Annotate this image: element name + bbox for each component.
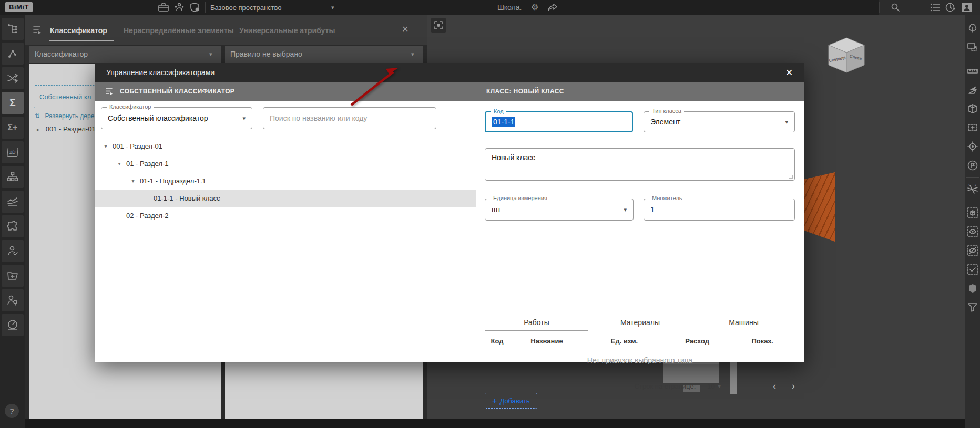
tab-unallocated-elements[interactable]: Нераспределённые элементы — [124, 26, 234, 35]
connections-button[interactable] — [2, 43, 24, 65]
measure-button[interactable] — [966, 64, 979, 78]
sigma-button[interactable]: Σ — [2, 92, 24, 114]
unit-select-value: шт — [492, 205, 501, 214]
briefcase-icon[interactable] — [158, 2, 169, 13]
flag-button[interactable] — [966, 159, 979, 172]
section-menu-icon[interactable] — [105, 87, 115, 96]
unit-select[interactable]: Единица измерения шт ▾ — [485, 199, 634, 221]
tree-node-level2[interactable]: ▾ 01-1 - Подраздел-1.1 — [95, 172, 476, 190]
links-tab-materials[interactable]: Материалы — [588, 318, 692, 327]
rows-per-page-value[interactable]: 10 — [707, 382, 714, 390]
tree-node-root[interactable]: ▾ 001 - Раздел-01 — [95, 138, 476, 155]
links-tab-works[interactable]: Работы — [485, 318, 588, 327]
sheet-2d-button[interactable]: 2D — [2, 141, 24, 163]
tree-node-label: 02 - Раздел-2 — [126, 212, 169, 220]
column-header-consumption: Расход — [665, 337, 730, 345]
floor-plans-button[interactable] — [966, 121, 979, 134]
tree-expand-icon[interactable]: ▾ — [113, 161, 126, 166]
environment-tree-button[interactable] — [966, 22, 979, 35]
axes-grid-button[interactable]: 12 — [966, 182, 979, 196]
class-type-label: Тип класса — [649, 108, 684, 114]
class-name-textarea[interactable]: Новый класс — [485, 148, 795, 181]
tree-node-section2[interactable]: 02 - Раздел-2 — [95, 207, 476, 224]
tab-universal-attributes[interactable]: Универсальные атрибуты — [239, 26, 335, 35]
gear-icon[interactable]: ⚙ — [531, 2, 538, 12]
expand-tree-link[interactable]: ⇅ Развернуть дере — [35, 112, 94, 120]
own-classifier-chip[interactable]: Собственный кл — [34, 85, 101, 108]
search-icon[interactable] — [890, 2, 901, 13]
classifier-select[interactable]: Классификатор Собственный классификатор … — [101, 107, 252, 129]
dialog-title-bar[interactable]: Управление классификаторами ✕ — [95, 63, 804, 82]
dialog-section-bar: СОБСТВЕННЫЙ КЛАССИФИКАТОР КЛАСС: НОВЫЙ К… — [95, 82, 804, 101]
resize-grip-icon[interactable] — [789, 175, 793, 179]
org-chart-button[interactable] — [2, 166, 24, 188]
folder-share-button[interactable] — [2, 265, 24, 287]
empty-state-text: Нет привязок выбранного типа — [485, 356, 795, 364]
gauge-button[interactable] — [2, 314, 24, 336]
tree-expand-icon[interactable]: ▾ — [99, 143, 113, 149]
dialog-close-icon[interactable]: ✕ — [785, 67, 793, 78]
fill-box-button[interactable] — [966, 281, 979, 295]
tree-node-label: 01-1 - Подраздел-1.1 — [140, 177, 206, 185]
isolate-box-button[interactable] — [966, 206, 979, 220]
shuffle-button[interactable] — [2, 67, 24, 89]
chevron-down-icon[interactable]: ▾ — [331, 4, 334, 11]
chevron-down-icon[interactable]: ▾ — [718, 383, 721, 389]
code-field[interactable]: Код 01-1-1 — [485, 111, 633, 132]
section-cut-button[interactable] — [966, 83, 979, 97]
multiplier-field[interactable]: Множитель 1 — [644, 199, 795, 221]
tree-item[interactable]: ▸ 001 - Раздел-01 — [37, 125, 96, 133]
hide-selection-button[interactable] — [966, 244, 979, 257]
filter-button[interactable] — [966, 300, 979, 314]
display-modes-button[interactable] — [966, 40, 979, 54]
dialog-title: Управление классификаторами — [106, 68, 215, 77]
ruler-icon — [967, 65, 978, 77]
trend-chart-button[interactable] — [2, 191, 24, 213]
class-type-select[interactable]: Тип класса Элемент ▾ — [644, 111, 795, 132]
account-icon[interactable] — [961, 2, 973, 13]
select-visible-button[interactable] — [966, 263, 979, 276]
expand-tree-label: Развернуть дере — [45, 112, 94, 120]
box-section-button[interactable] — [966, 102, 979, 116]
tree-expand-icon[interactable]: ▾ — [126, 178, 140, 184]
rule-dropdown-label: Правило не выбрано — [230, 50, 302, 58]
tree-collapsed-arrow-icon: ▸ — [37, 127, 39, 132]
focus-selection-button[interactable] — [431, 18, 446, 33]
show-selection-button[interactable] — [966, 225, 979, 238]
user-check-button[interactable] — [2, 240, 24, 262]
right-toolbar: 12 — [965, 15, 980, 428]
shield-badge-icon[interactable] — [189, 2, 201, 13]
prev-page-button[interactable]: ‹ — [773, 381, 776, 392]
add-binding-button[interactable]: + Добавить — [485, 393, 537, 409]
tree-node-selected[interactable]: 01-1-1 - Новый класс — [95, 190, 476, 207]
user-location-button[interactable] — [2, 289, 24, 311]
tree-node-level1[interactable]: ▾ 01 - Раздел-1 — [95, 155, 476, 172]
toolbar-divider — [966, 201, 979, 201]
plugin-button[interactable] — [2, 215, 24, 237]
notifications-sync-icon[interactable] — [944, 2, 956, 13]
code-field-value[interactable]: 01-1-1 — [492, 117, 515, 127]
bindings-table-header: Код Название Ед. изм. Расход Показ. — [485, 337, 795, 345]
locate-button[interactable] — [966, 140, 979, 153]
panel-menu-icon[interactable] — [33, 25, 43, 35]
share-icon[interactable] — [547, 2, 558, 13]
links-tab-machines[interactable]: Машины — [692, 318, 795, 327]
structure-tree-button[interactable] — [2, 18, 24, 40]
team-icon[interactable] — [173, 2, 185, 13]
links-tab-active-underline — [485, 330, 588, 331]
dialog-body: Классификатор Собственный классификатор … — [95, 101, 804, 362]
sigma-plus-button[interactable]: Σ+ — [2, 117, 24, 139]
own-classifier-chip-label: Собственный кл — [39, 93, 91, 101]
view-cube[interactable]: Спереди Слева — [826, 37, 866, 74]
rule-dropdown[interactable]: Правило не выбрано ▾ — [225, 46, 423, 63]
search-input[interactable] — [263, 108, 436, 129]
help-button[interactable]: ? — [5, 404, 19, 418]
tab-classifier[interactable]: Классификатор — [50, 26, 107, 35]
classifier-dropdown[interactable]: Классификатор ▾ — [29, 46, 221, 63]
workspace-selector-label[interactable]: Базовое пространство — [210, 4, 282, 12]
panel-close-icon[interactable]: ✕ — [402, 24, 409, 34]
list-icon[interactable] — [930, 2, 941, 13]
next-page-button[interactable]: › — [792, 381, 795, 392]
column-header-show: Показ. — [730, 337, 795, 345]
cube-dashed-icon — [967, 207, 978, 218]
